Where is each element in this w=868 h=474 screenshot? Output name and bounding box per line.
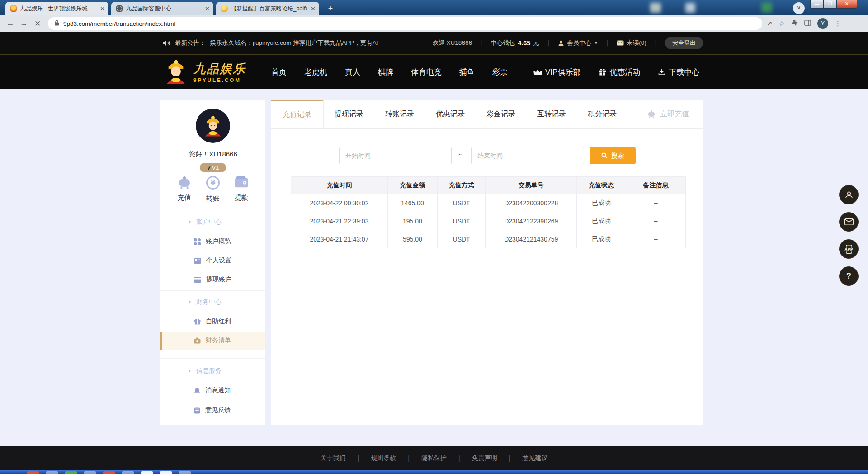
taskbar-app[interactable] [179,471,191,474]
mail-button[interactable] [839,212,859,232]
sidebar-item-finance-statement[interactable]: 财务清单 [160,332,265,350]
help-button[interactable]: ? [839,266,859,286]
tab-search-chevron[interactable]: ∨ [793,2,805,14]
footer-disclaimer[interactable]: 免责声明 [472,454,497,462]
webpage: 最新公告： 娱乐永久域名：jiupinyule.com 推荐用户下载九品APP，… [0,32,868,470]
item-label: 提现账户 [206,275,231,284]
nav-slots[interactable]: 老虎机 [304,67,327,77]
chevron-down-icon: ▼ [594,41,598,45]
deposit-quick-button[interactable]: 充值 [170,175,199,202]
maximize-button[interactable]: ❐ [824,0,836,9]
desktop-icon-blur [761,2,772,13]
taskbar-app[interactable] [103,471,115,474]
customer-service-button[interactable] [839,185,859,204]
nav-sports[interactable]: 体育电竞 [411,67,442,77]
nav-home[interactable]: 首页 [271,67,287,77]
site-logo[interactable]: 九品娱乐 9PYULE.COM [162,58,246,85]
nav-lottery[interactable]: 彩票 [492,67,508,77]
tab-recharge-records[interactable]: 充值记录 [271,100,324,128]
nav-vip-club[interactable]: VIP俱乐部 [533,67,580,77]
footer-suggestions[interactable]: 意见建议 [522,454,547,462]
transfer-quick-button[interactable]: ¥ 转账 [198,175,227,203]
nav-promotions[interactable]: 优惠活动 [599,67,640,77]
end-time-input[interactable] [471,147,584,164]
cell-status-link[interactable]: 已成功 [577,194,626,212]
sidebar-item-account-overview[interactable]: 账户概览 [194,237,231,246]
footer-privacy[interactable]: 隐私保护 [421,454,447,462]
footer-about[interactable]: 关于我们 [321,454,346,462]
browser-tab-2[interactable]: 九品国际客服中心 ✕ [111,2,213,15]
footer-rules[interactable]: 规则条款 [371,454,396,462]
separator: ｜ [653,39,659,47]
member-center-dropdown[interactable]: 会员中心 ▼ [558,39,598,47]
app-download-button[interactable]: APP [839,239,859,259]
sidebar-item-personal-settings[interactable]: 个人设置 [194,256,231,265]
tab-bonus-records[interactable]: 彩金记录 [476,100,526,128]
cell-method: USDT [437,230,486,248]
forward-button[interactable]: → [17,19,31,28]
logout-button[interactable]: 安全登出 [665,37,703,49]
tab-close-icon[interactable]: ✕ [311,5,316,12]
nav-chess[interactable]: 棋牌 [378,67,393,77]
tab-withdraw-records[interactable]: 提现记录 [324,100,374,128]
taskbar-app[interactable] [65,471,77,474]
tab-mutual-records[interactable]: 互转记录 [526,100,577,128]
menu-section-account[interactable]: ▼ 账户中心 [188,218,222,226]
nav-fishing[interactable]: 捕鱼 [459,67,475,77]
stop-button[interactable]: ✕ [31,19,44,28]
address-bar[interactable]: 9p83.com/member/transaction/index.html [48,17,762,30]
taskbar-app[interactable] [46,471,58,474]
nav-live[interactable]: 真人 [345,67,360,77]
logo-title: 九品娱乐 [193,61,246,77]
taskbar-app[interactable] [141,471,153,474]
taskbar-app[interactable] [84,471,96,474]
start-time-input[interactable] [339,147,452,164]
sidebar-item-withdraw-account[interactable]: 提现账户 [194,275,231,284]
separator: ｜ [546,39,552,47]
taskbar-app[interactable] [122,471,134,474]
withdraw-quick-button[interactable]: 提款 [227,175,256,202]
back-button[interactable]: ← [4,19,17,28]
side-panel-icon[interactable] [804,19,811,28]
separator: ｜ [478,39,484,47]
unread-label: 未读(0) [627,39,646,47]
cell-note: -- [626,194,686,212]
share-icon[interactable]: ↗ [767,19,773,28]
nav-download-center[interactable]: 下载中心 [658,67,699,77]
close-button[interactable]: ✕ [836,0,857,9]
tab-points-records[interactable]: 积分记录 [577,100,627,128]
sidebar-item-self-bonus[interactable]: 自助红利 [194,318,231,326]
search-button-label: 搜索 [611,152,624,160]
menu-section-info[interactable]: ▼ 信息服务 [188,367,222,375]
col-recharge-amount: 充值金额 [387,177,437,194]
recharge-now-button[interactable]: 立即充值 [646,100,689,128]
new-tab-button[interactable]: + [325,3,336,15]
tab-transfer-records[interactable]: 转账记录 [374,100,425,128]
mascot-avatar-icon [201,114,225,137]
extensions-puzzle-icon[interactable] [791,19,798,28]
triangle-down-icon: ▼ [188,369,192,373]
unread-messages[interactable]: 未读(0) [617,39,646,47]
menu-section-finance[interactable]: ▼ 财务中心 [188,298,222,306]
site-navbar: 九品娱乐 9PYULE.COM 首页 老虎机 真人 棋牌 体育电竞 捕鱼 彩票 … [0,54,868,89]
envelope-icon [844,218,854,225]
bookmark-star-icon[interactable]: ☆ [779,19,785,28]
sidebar-item-feedback[interactable]: 意见反馈 [194,406,231,414]
windows-taskbar[interactable] [0,470,868,474]
browser-tab-3[interactable]: 【新提醒】百富策略论坛_baifub ✕ [216,2,319,15]
profile-avatar[interactable]: Y [817,18,828,29]
tab-close-icon[interactable]: ✕ [205,5,210,12]
browser-menu-icon[interactable]: ⋮ [835,19,841,28]
taskbar-app[interactable] [160,471,172,474]
browser-tab-1[interactable]: 九品娱乐 - 世界顶级娱乐城 ✕ [5,2,108,15]
search-button[interactable]: 搜索 [590,147,636,164]
feedback-doc-icon [194,407,200,414]
col-recharge-method: 充值方式 [437,177,486,194]
tab-promo-records[interactable]: 优惠记录 [425,100,476,128]
cell-status-link[interactable]: 已成功 [577,230,626,248]
tab-close-icon[interactable]: ✕ [100,5,105,12]
minimize-button[interactable]: — [810,0,824,9]
taskbar-app[interactable] [27,471,39,474]
cell-status-link[interactable]: 已成功 [577,212,626,230]
sidebar-item-notifications[interactable]: 消息通知 [194,386,231,394]
